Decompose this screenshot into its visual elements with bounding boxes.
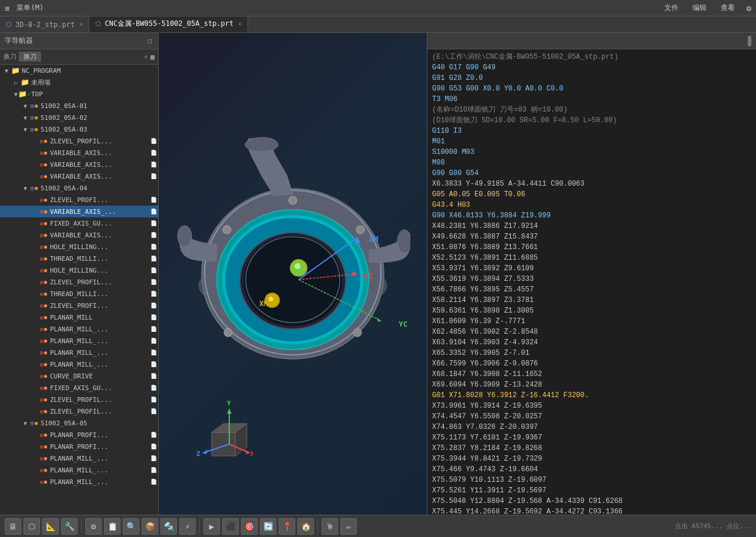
tree-arrow-var_axis5[interactable]	[31, 232, 39, 239]
bottom-icon-12[interactable]: ⬛	[222, 518, 239, 535]
tree-item-var_axis1[interactable]: ⊘●VARIABLE_AXIS...📄	[0, 147, 158, 159]
tree-arrow-curve_drive[interactable]	[31, 373, 39, 380]
tree-arrow-planar3[interactable]	[31, 338, 39, 344]
tree-arrow-fixed2[interactable]	[31, 385, 39, 391]
hamburger-icon[interactable]: ≡	[5, 4, 9, 13]
tab-cnc-file[interactable]: ⬡ CNC金属-BW055-51002_05A_stp.prt ×	[89, 16, 248, 32]
tree-item-zlevel2[interactable]: ⊘●ZLEVEL_PROFI...📄	[0, 194, 158, 206]
tree-item-hole2[interactable]: ⊘●HOLE_MILLING...📄	[0, 264, 158, 276]
tree-arrow-zlevel1[interactable]	[31, 138, 39, 145]
tree-item-planar2[interactable]: ⊘●PLANAR_MILL_...📄	[0, 323, 158, 335]
tree-item-planar3[interactable]: ⊘●PLANAR_MILL_...📄	[0, 335, 158, 347]
tree-item-op04[interactable]: ▼⊞●51002_05A-04	[0, 182, 158, 194]
tree-arrow-zlevel5[interactable]	[31, 397, 39, 403]
view-menu-item[interactable]: 查看	[718, 2, 737, 14]
tree-item-thread1[interactable]: ⊘●THREAD_MILLI...📄	[0, 253, 158, 264]
bottom-icon-6[interactable]: 📋	[104, 518, 121, 535]
tree-item-zlevel4[interactable]: ⊘●ZLEVEL_PROFI...📄	[0, 300, 158, 311]
tree-item-planar10[interactable]: ⊘●PLANAR_MILL_...📄	[0, 476, 158, 488]
tree-arrow-op03[interactable]: ▼	[21, 126, 29, 133]
tree-container[interactable]: ▼📁NC_PROGRAM▷📁未用项▼📁✓TOP▼⊞●51002_05A-01▼⊞…	[0, 65, 158, 515]
tree-item-curve_drive[interactable]: ⊘●CURVE_DRIVE📄	[0, 370, 158, 382]
tree-item-op01[interactable]: ▼⊞●51002_05A-01	[0, 100, 158, 112]
tree-arrow-planar2[interactable]	[31, 326, 39, 333]
bottom-icon-13[interactable]: 🎯	[241, 518, 257, 535]
tree-item-hole1[interactable]: ⊘●HOLE_MILLING...📄	[0, 241, 158, 253]
tree-item-planar8[interactable]: ⊘●PLANAR_MILL_...📄	[0, 452, 158, 464]
tree-item-nc_program[interactable]: ▼📁NC_PROGRAM	[0, 65, 158, 76]
bottom-icon-2[interactable]: ⬡	[24, 518, 40, 535]
tree-item-planar7[interactable]: ⊘●PLANAR_PROFI...📄	[0, 441, 158, 452]
tree-arrow-var_axis3[interactable]	[31, 173, 39, 180]
filter-icon-1[interactable]: ⚡	[144, 53, 148, 61]
bottom-icon-9[interactable]: 🔩	[160, 518, 177, 535]
tree-item-zlevel3[interactable]: ⊘●ZLEVEL_PROFIL...📄	[0, 276, 158, 288]
tree-arrow-hole1[interactable]	[31, 244, 39, 250]
tree-item-thread2[interactable]: ⊘●THREAD_MILLI...📄	[0, 288, 158, 300]
tab-close-2[interactable]: ×	[238, 21, 242, 27]
bottom-icon-7[interactable]: 🔍	[123, 518, 139, 535]
menu-label[interactable]: 菜单(M)	[14, 2, 46, 14]
tree-item-fixed2[interactable]: ⊘●FIXED_AXIS_GU...📄	[0, 382, 158, 394]
bottom-icon-3[interactable]: 📐	[42, 518, 59, 535]
tree-arrow-nc_program[interactable]: ▼	[2, 68, 11, 74]
tree-item-var_axis3[interactable]: ⊘●VARIABLE_AXIS...📄	[0, 170, 158, 182]
tree-item-planar1[interactable]: ⊘●PLANAR_MILL📄	[0, 311, 158, 323]
tree-arrow-planar6[interactable]	[31, 432, 39, 438]
tree-arrow-op01[interactable]: ▼	[21, 103, 29, 109]
tree-item-top[interactable]: ▼📁✓TOP	[0, 88, 158, 100]
tree-item-planar9[interactable]: ⊘●PLANAR_MILL_...📄	[0, 464, 158, 476]
tree-arrow-planar1[interactable]	[31, 314, 39, 321]
tree-arrow-thread1[interactable]	[31, 256, 39, 262]
tree-arrow-op02[interactable]: ▼	[21, 115, 29, 121]
filter-button[interactable]: 换刀	[19, 52, 41, 62]
bottom-icon-18[interactable]: ✏	[340, 518, 357, 535]
tree-item-zlevel5[interactable]: ⊘●ZLEVEL_PROFIL...📄	[0, 394, 158, 405]
tree-arrow-var_axis2[interactable]	[31, 162, 39, 168]
tree-item-var_axis2[interactable]: ⊘●VARIABLE_AXIS...📄	[0, 159, 158, 170]
tree-arrow-zlevel6[interactable]	[31, 408, 39, 415]
resize-handle[interactable]	[748, 36, 751, 46]
tree-item-fixed1[interactable]: ⊘●FIXED_AXIS_GU...📄	[0, 217, 158, 229]
tree-item-zlevel6[interactable]: ⊘●ZLEVEL_PROFIL...📄	[0, 405, 158, 417]
file-menu-item[interactable]: 文件	[662, 2, 681, 14]
tree-arrow-zlevel3[interactable]	[31, 279, 39, 286]
tree-item-op05[interactable]: ▼⊞●51002_05A-05	[0, 417, 158, 429]
tree-item-op03[interactable]: ▼⊞●51002_05A-03	[0, 123, 158, 135]
tree-item-unused[interactable]: ▷📁未用项	[0, 76, 158, 88]
tree-item-planar6[interactable]: ⊘●PLANAR_PROFI...📄	[0, 429, 158, 441]
maximize-btn[interactable]: □	[146, 36, 153, 45]
tree-arrow-var_axis4[interactable]	[31, 209, 39, 215]
tree-arrow-hole2[interactable]	[31, 267, 39, 274]
bottom-icon-14[interactable]: 🔄	[260, 518, 276, 535]
tree-arrow-zlevel2[interactable]	[31, 197, 39, 203]
bottom-icon-11[interactable]: ▶	[203, 518, 220, 535]
tree-item-op02[interactable]: ▼⊞●51002_05A-02	[0, 112, 158, 123]
tree-arrow-planar7[interactable]	[31, 444, 39, 450]
bottom-icon-8[interactable]: 📦	[142, 518, 158, 535]
tab-close-1[interactable]: ×	[79, 21, 83, 28]
tree-arrow-unused[interactable]: ▷	[12, 79, 20, 86]
filter-icon-2[interactable]: ▦	[150, 53, 155, 61]
tree-arrow-op04[interactable]: ▼	[21, 185, 29, 192]
tree-item-var_axis5[interactable]: ⊘●VARIABLE_AXIS...📄	[0, 229, 158, 241]
tree-arrow-planar4[interactable]	[31, 350, 39, 356]
gear-icon[interactable]: ⚙	[747, 4, 751, 13]
bottom-icon-17[interactable]: 🖱	[322, 518, 338, 535]
tree-item-zlevel1[interactable]: ⊘●ZLEVEL_PROFIL...📄	[0, 135, 158, 147]
bottom-icon-1[interactable]: 🖥	[5, 518, 21, 535]
edit-menu-item[interactable]: 编辑	[690, 2, 709, 14]
tree-arrow-op05[interactable]: ▼	[21, 420, 29, 427]
tree-arrow-var_axis1[interactable]	[31, 150, 39, 156]
tab-3d-file[interactable]: ⬡ 3D-8-2_stp.prt ×	[0, 16, 89, 32]
bottom-icon-10[interactable]: ⚡	[179, 518, 196, 535]
tree-item-planar4[interactable]: ⊘●PLANAR_MILL_...📄	[0, 347, 158, 358]
tree-arrow-planar8[interactable]	[31, 455, 39, 462]
bottom-icon-5[interactable]: ⚙	[85, 518, 102, 535]
viewport[interactable]: XC YC ZM XM	[159, 33, 427, 515]
tree-item-planar5[interactable]: ⊘●PLANAR_MILL_...📄	[0, 358, 158, 370]
bottom-icon-16[interactable]: 🏠	[297, 518, 314, 535]
tree-arrow-thread2[interactable]	[31, 291, 39, 297]
tree-arrow-planar9[interactable]	[31, 467, 39, 474]
gcode-content[interactable]: (E:\工作\涡轮\CNC金属-BW055-51002_05A_stp.prt)…	[427, 49, 756, 515]
